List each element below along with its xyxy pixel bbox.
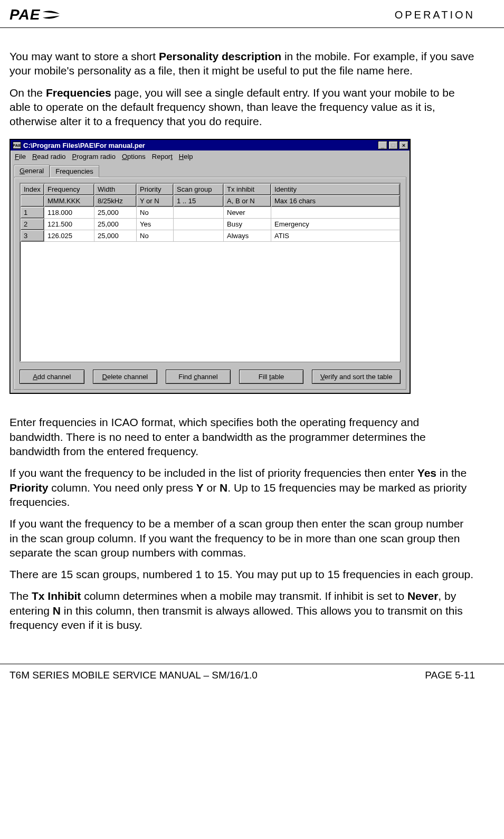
table-row[interactable]: 3 126.025 25,000 No Always ATIS — [21, 230, 400, 242]
logo: PAE — [9, 6, 61, 23]
minimize-button[interactable]: _ — [378, 141, 387, 149]
col-width[interactable]: Width — [94, 184, 137, 195]
menu-read[interactable]: Read radio — [32, 153, 66, 161]
add-channel-button[interactable]: Add channel — [20, 370, 84, 384]
col-tx[interactable]: Tx inhibit — [224, 184, 271, 195]
body-content-2: Enter frequencies in ICAO format, which … — [0, 415, 504, 632]
section-title: OPERATION — [395, 9, 475, 21]
paragraph-7: The Tx Inhibit column determines when a … — [9, 589, 475, 632]
paragraph-4: If you want the frequency to be included… — [9, 466, 475, 509]
delete-channel-button[interactable]: Delete channel — [93, 370, 158, 384]
app-window: PAE C:\Program Files\PAE\For manual.per … — [9, 139, 411, 394]
frequency-grid[interactable]: Index Frequency Width Priority Scan grou… — [20, 183, 401, 362]
fill-table-button[interactable]: Fill table — [239, 370, 304, 384]
verify-sort-button[interactable]: Verify and sort the table — [312, 370, 401, 384]
paragraph-5: If you want the frequency to be a member… — [9, 516, 475, 560]
col-frequency[interactable]: Frequency — [44, 184, 94, 195]
col-identity[interactable]: Identity — [271, 184, 400, 195]
close-button[interactable]: × — [399, 141, 408, 149]
menu-options[interactable]: Options — [122, 153, 146, 161]
table-row[interactable]: 1 118.000 25,000 No Never — [21, 207, 400, 219]
tab-bar: General Frequencies — [11, 163, 410, 177]
table-hint-row: MMM.KKK 8/25kHz Y or N 1 .. 15 A, B or N… — [21, 195, 400, 207]
body-content: You may want to store a short Personalit… — [0, 49, 504, 128]
footer-left: T6M SERIES MOBILE SERVICE MANUAL – SM/16… — [9, 670, 258, 681]
find-channel-button[interactable]: Find channel — [166, 370, 231, 384]
button-row: Add channel Delete channel Find channel … — [20, 370, 401, 384]
titlebar: PAE C:\Program Files\PAE\For manual.per … — [11, 140, 410, 150]
paragraph-2: On the Frequencies page, you will see a … — [9, 86, 475, 129]
tab-content: Index Frequency Width Priority Scan grou… — [14, 177, 406, 390]
menubar: File Read radio Program radio Options Re… — [11, 150, 410, 163]
window-title: C:\Program Files\PAE\For manual.per — [23, 142, 377, 149]
paragraph-3: Enter frequencies in ICAO format, which … — [9, 415, 475, 458]
page-footer: T6M SERIES MOBILE SERVICE MANUAL – SM/16… — [0, 664, 504, 692]
tab-general[interactable]: General — [14, 165, 50, 177]
logo-text: PAE — [9, 6, 41, 23]
app-icon: PAE — [13, 142, 21, 149]
paragraph-6: There are 15 scan groups, numbered 1 to … — [9, 567, 475, 581]
menu-program[interactable]: Program radio — [72, 153, 116, 161]
col-index[interactable]: Index — [21, 184, 44, 195]
table-row[interactable]: 2 121.500 25,000 Yes Busy Emergency — [21, 219, 400, 230]
tab-frequencies[interactable]: Frequencies — [50, 165, 99, 177]
logo-swoosh-icon — [42, 9, 61, 21]
maximize-button[interactable]: □ — [388, 141, 398, 149]
table-header-row: Index Frequency Width Priority Scan grou… — [21, 184, 400, 195]
paragraph-1: You may want to store a short Personalit… — [9, 49, 475, 78]
menu-report[interactable]: Report — [152, 153, 173, 161]
footer-right: PAGE 5-11 — [425, 670, 475, 681]
menu-file[interactable]: File — [15, 153, 26, 161]
col-scan[interactable]: Scan group — [174, 184, 224, 195]
col-priority[interactable]: Priority — [137, 184, 174, 195]
page-header: PAE OPERATION — [0, 0, 504, 28]
menu-help[interactable]: Help — [179, 153, 193, 161]
